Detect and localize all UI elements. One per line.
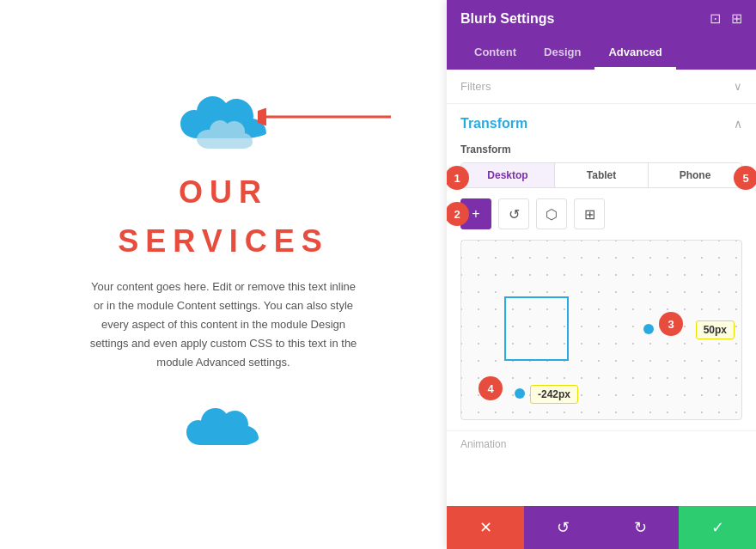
filters-row[interactable]: Filters ∨: [447, 70, 756, 104]
header-icons: ⊡ ⊞: [710, 10, 742, 27]
cancel-button[interactable]: ✕: [447, 506, 524, 549]
tab-desktop[interactable]: Desktop: [461, 163, 555, 187]
responsive-icon[interactable]: ⊡: [710, 10, 721, 27]
rotate-icon-btn[interactable]: ↺: [498, 198, 529, 229]
filters-label: Filters: [460, 80, 491, 93]
tab-advanced[interactable]: Advanced: [594, 37, 675, 70]
tab-tablet[interactable]: Tablet: [555, 163, 649, 187]
panel-footer: ✕ ↺ ↻ ✓: [447, 506, 756, 549]
transform-square[interactable]: [504, 296, 569, 361]
heading-line2: SERVICES: [118, 222, 328, 262]
badge-3: 3: [659, 312, 683, 336]
panel-header: Blurb Settings ⊡ ⊞: [447, 0, 756, 37]
body-text: Your content goes here. Edit or remove t…: [86, 278, 361, 372]
right-value-tooltip: 50px: [696, 320, 735, 339]
bottom-value-tooltip: -242px: [530, 385, 578, 404]
tab-design[interactable]: Design: [530, 37, 594, 70]
cloud-main-icon: [176, 91, 271, 156]
panel-body: Filters ∨ Transform ∧ Transform 1 5 Desk…: [447, 70, 756, 506]
save-button[interactable]: ✓: [679, 506, 756, 549]
transform-canvas: 50px 3 -242px 4: [460, 240, 742, 420]
services-heading: OUR SERVICES: [118, 173, 328, 278]
left-panel: OUR SERVICES Your content goes here. Edi…: [0, 0, 447, 549]
badge-4: 4: [479, 376, 503, 400]
heading-line1: OUR: [118, 173, 328, 213]
badge-5: 5: [734, 166, 756, 190]
right-handle-dot[interactable]: [643, 324, 654, 334]
panel-title: Blurb Settings: [460, 11, 554, 27]
arrow-annotation: [258, 100, 395, 134]
panel-tabs: Content Design Advanced: [447, 37, 756, 70]
redo-button[interactable]: ↻: [601, 506, 679, 549]
tab-phone[interactable]: Phone: [649, 163, 741, 187]
expand-icon[interactable]: ⊞: [731, 10, 742, 27]
animation-label: Animation: [447, 430, 756, 457]
filters-chevron-icon[interactable]: ∨: [734, 80, 742, 93]
tab-content[interactable]: Content: [460, 37, 530, 70]
device-tabs: Desktop Tablet Phone: [460, 162, 742, 188]
right-panel: Blurb Settings ⊡ ⊞ Content Design Advanc…: [447, 0, 756, 549]
cloud-bottom-icon: [185, 406, 262, 458]
section-title: Transform: [460, 116, 527, 131]
skew-icon-btn[interactable]: ⬡: [536, 198, 567, 229]
undo-button[interactable]: ↺: [524, 506, 601, 549]
section-collapse-icon[interactable]: ∧: [734, 117, 742, 131]
transform-label: Transform: [447, 140, 756, 162]
scale-icon-btn[interactable]: ⊞: [574, 198, 605, 229]
transform-section-header: Transform ∧: [447, 104, 756, 140]
bottom-handle-dot[interactable]: [515, 388, 525, 399]
